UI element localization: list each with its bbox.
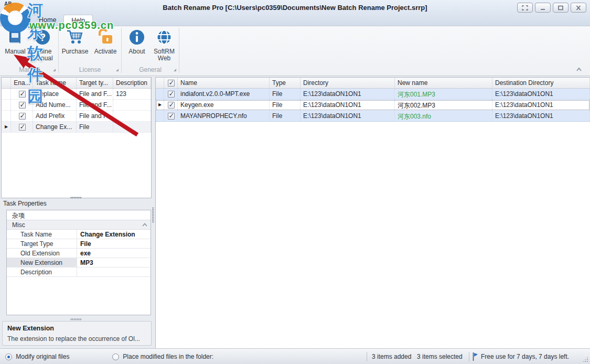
- col-directory[interactable]: Directory: [301, 78, 395, 88]
- file-table-header: Name Type Directory New name Destination…: [156, 78, 590, 89]
- file-new-name: 河东001.MP3: [395, 89, 492, 99]
- task-target: File: [77, 122, 113, 132]
- file-name: MAYANPROPHECY.nfo: [178, 111, 270, 121]
- activate-button[interactable]: Activate: [90, 28, 121, 55]
- group-separator: [179, 28, 179, 73]
- task-row-current[interactable]: ▶ Change Ex... File: [2, 122, 151, 133]
- online-manual-button[interactable]: ? Online Manual: [28, 28, 57, 62]
- minimize-button[interactable]: [535, 3, 551, 13]
- items-added-status: 3 items added: [372, 353, 411, 360]
- softrm-web-button-label: SoftRM Web: [150, 48, 178, 62]
- select-all-checkbox[interactable]: [168, 80, 175, 87]
- file-type: File: [270, 111, 301, 121]
- online-manual-button-label: Online Manual: [28, 48, 57, 62]
- task-description: [113, 100, 151, 110]
- task-row[interactable]: Add Nume... File and F...: [2, 100, 151, 111]
- property-group-misc[interactable]: Misc: [7, 220, 151, 230]
- radio-modify-original[interactable]: [5, 354, 12, 360]
- task-table-header: Ena... Task name Target ty... Descriptio…: [2, 78, 151, 89]
- softrm-web-button[interactable]: SoftRM Web: [150, 28, 178, 62]
- vertical-splitter-grip[interactable]: [152, 207, 154, 223]
- radio-place-label: Place modified files in the folder:: [123, 353, 213, 360]
- file-row-current[interactable]: ▶ Keygen.exe File E:\123\dataON1ON1 河东00…: [156, 100, 590, 111]
- property-row-selected[interactable]: New Extension MP3: [7, 258, 151, 267]
- tab-home[interactable]: Home: [31, 15, 63, 26]
- property-label: Old Extension: [7, 249, 77, 258]
- chevron-up-icon: [142, 223, 147, 227]
- task-row[interactable]: Replace File and F... 123: [2, 89, 151, 100]
- col-name[interactable]: Name: [178, 78, 270, 88]
- file-directory: E:\123\dataON1ON1: [301, 111, 395, 121]
- file-row[interactable]: MAYANPROPHECY.nfo File E:\123\dataON1ON1…: [156, 111, 590, 122]
- property-category[interactable]: 杂项: [7, 210, 151, 220]
- row-marker-header: [2, 78, 11, 88]
- dialog-launcher-icon[interactable]: [174, 69, 176, 71]
- property-value: exe: [77, 249, 151, 258]
- task-enabled-checkbox[interactable]: [19, 102, 26, 109]
- property-grid: 杂项 Misc Task Name Change Extension Targe…: [6, 210, 151, 315]
- place-modified-option[interactable]: Place modified files in the folder:: [112, 353, 213, 360]
- manual-button[interactable]: Manual: [2, 28, 28, 55]
- file-directory: E:\123\dataON1ON1: [301, 100, 395, 110]
- group-label-license: License: [79, 66, 101, 73]
- task-name: Add Nume...: [33, 100, 77, 110]
- quick-access-dropdown-button[interactable]: ▾: [12, 16, 30, 25]
- close-icon: [575, 5, 582, 10]
- dialog-launcher-icon[interactable]: [116, 69, 119, 71]
- col-destination-directory[interactable]: Destination Directory: [492, 78, 590, 88]
- current-row-marker-icon: ▶: [156, 100, 164, 110]
- chevron-down-icon: ▾: [23, 18, 25, 23]
- col-description[interactable]: Description: [113, 78, 151, 88]
- file-directory: E:\123\dataON1ON1: [301, 89, 395, 99]
- property-label: Target Type: [7, 239, 77, 248]
- task-enabled-checkbox[interactable]: [19, 124, 26, 131]
- group-separator: [58, 28, 59, 73]
- file-type: File: [270, 100, 301, 110]
- task-enabled-checkbox[interactable]: [19, 113, 26, 120]
- manual-button-label: Manual: [2, 48, 28, 55]
- property-row[interactable]: Description: [7, 267, 151, 277]
- file-row[interactable]: indiafont.v2.0.0-MPT.exe File E:\123\dat…: [156, 89, 590, 100]
- col-type[interactable]: Type: [270, 78, 301, 88]
- task-row[interactable]: Add Prefix File and F...: [2, 111, 151, 122]
- maximize-button[interactable]: [553, 3, 568, 13]
- task-target: File and F...: [77, 100, 113, 110]
- file-checkbox[interactable]: [168, 102, 175, 109]
- dialog-launcher-icon[interactable]: [53, 69, 56, 71]
- file-checkbox[interactable]: [168, 91, 175, 98]
- fullscreen-button[interactable]: [517, 3, 533, 13]
- col-task-name[interactable]: Task name: [33, 78, 77, 88]
- horizontal-splitter-grip[interactable]: [70, 197, 82, 199]
- col-new-name[interactable]: New name: [395, 78, 492, 88]
- file-destination: E:\123\dataON1ON1: [492, 111, 590, 121]
- radio-place-modified[interactable]: [112, 354, 119, 360]
- about-button[interactable]: About: [124, 28, 150, 55]
- collapse-ribbon-button[interactable]: [574, 65, 584, 73]
- close-button[interactable]: [571, 3, 586, 13]
- property-row[interactable]: Target Type File: [7, 239, 151, 249]
- task-description: 123: [113, 89, 151, 99]
- task-enabled-checkbox[interactable]: [19, 91, 26, 98]
- svg-text:?: ?: [39, 31, 46, 43]
- resize-grip[interactable]: [582, 356, 588, 362]
- file-checkbox[interactable]: [168, 113, 175, 120]
- fullscreen-icon: [522, 5, 528, 10]
- modify-original-option[interactable]: Modify original files: [5, 353, 69, 360]
- purchase-button[interactable]: Purchase: [60, 28, 90, 55]
- col-target-type[interactable]: Target ty...: [77, 78, 113, 88]
- tab-help[interactable]: Help: [63, 15, 93, 26]
- property-help-box: New Extension The extension to replace t…: [2, 321, 152, 346]
- window-title: Batch Rename Pro [C:\Users\pc0359\Docume…: [0, 4, 590, 12]
- property-row[interactable]: Old Extension exe: [7, 249, 151, 258]
- about-button-label: About: [124, 48, 150, 55]
- property-value: MP3: [77, 258, 151, 267]
- horizontal-splitter-grip[interactable]: [70, 318, 82, 320]
- property-row[interactable]: Task Name Change Extension: [7, 230, 151, 239]
- col-enabled[interactable]: Ena...: [11, 78, 33, 88]
- trial-status: Free use for 7 days, 7 days left.: [481, 353, 569, 360]
- row-marker-header: [156, 78, 164, 88]
- list-icon: [16, 18, 22, 23]
- property-label: New Extension: [7, 258, 77, 267]
- activate-button-label: Activate: [90, 48, 121, 55]
- group-label-manual: Manual: [19, 66, 39, 73]
